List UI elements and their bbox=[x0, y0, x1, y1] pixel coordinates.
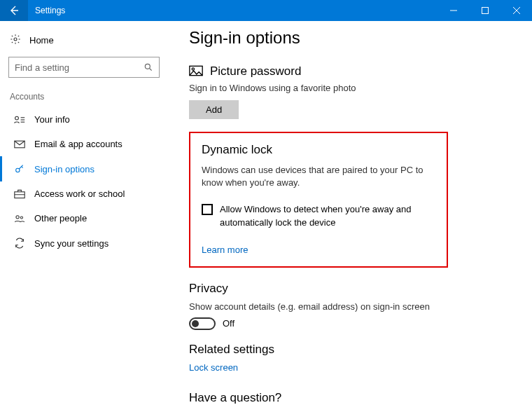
related-heading: Related settings bbox=[189, 343, 511, 357]
search-icon bbox=[144, 62, 153, 72]
minimize-button[interactable] bbox=[438, 0, 469, 21]
sidebar-item-label: Access work or school bbox=[34, 188, 125, 199]
svg-point-15 bbox=[20, 216, 22, 218]
sync-icon bbox=[12, 238, 27, 249]
add-button[interactable]: Add bbox=[189, 100, 239, 119]
dynamic-lock-checkbox-label: Allow Windows to detect when you're away… bbox=[220, 203, 435, 228]
picture-icon bbox=[189, 65, 203, 78]
sidebar-item-work[interactable]: Access work or school bbox=[0, 181, 168, 206]
arrow-left-icon bbox=[8, 5, 20, 16]
dynamic-lock-heading: Dynamic lock bbox=[202, 143, 435, 157]
svg-point-12 bbox=[16, 168, 20, 172]
close-icon bbox=[513, 7, 520, 14]
dynamic-lock-desc: Windows can use devices that are paired … bbox=[202, 164, 435, 189]
sidebar-item-label: Sync your settings bbox=[34, 238, 108, 249]
people-icon bbox=[12, 214, 27, 224]
maximize-icon bbox=[482, 7, 489, 14]
dynamic-lock-highlight: Dynamic lock Windows can use devices tha… bbox=[189, 132, 448, 268]
privacy-heading: Privacy bbox=[189, 282, 511, 296]
maximize-button[interactable] bbox=[469, 0, 500, 21]
page-title: Sign-in options bbox=[189, 28, 511, 48]
svg-point-4 bbox=[14, 38, 17, 41]
window-title: Settings bbox=[35, 6, 65, 15]
privacy-toggle[interactable] bbox=[189, 317, 216, 330]
sidebar-item-email[interactable]: Email & app accounts bbox=[0, 132, 168, 156]
question-heading: Have a question? bbox=[189, 391, 511, 405]
privacy-toggle-state: Off bbox=[223, 318, 234, 329]
close-button[interactable] bbox=[500, 0, 532, 21]
home-button[interactable]: Home bbox=[0, 29, 168, 57]
key-icon bbox=[12, 163, 27, 174]
sidebar-item-your-info[interactable]: Your info bbox=[0, 107, 168, 132]
picture-password-desc: Sign in to Windows using a favorite phot… bbox=[189, 83, 511, 93]
search-input[interactable]: Find a setting bbox=[8, 57, 160, 78]
privacy-desc: Show account details (e.g. email address… bbox=[189, 301, 511, 312]
minimize-icon bbox=[450, 7, 457, 14]
window-controls bbox=[438, 0, 532, 21]
mail-icon bbox=[12, 140, 27, 149]
svg-point-5 bbox=[145, 64, 150, 69]
learn-more-link[interactable]: Learn more bbox=[202, 245, 435, 255]
sidebar-item-label: Other people bbox=[34, 213, 87, 224]
briefcase-icon bbox=[12, 189, 27, 199]
picture-password-heading: Picture password bbox=[210, 64, 301, 78]
home-label: Home bbox=[29, 35, 54, 46]
sidebar: Home Find a setting Accounts Your info E… bbox=[0, 21, 168, 412]
lock-screen-link[interactable]: Lock screen bbox=[189, 362, 511, 373]
sidebar-item-label: Your info bbox=[34, 114, 70, 125]
svg-point-14 bbox=[16, 215, 19, 218]
person-card-icon bbox=[12, 115, 27, 125]
dynamic-lock-checkbox[interactable] bbox=[202, 204, 213, 215]
svg-point-17 bbox=[192, 67, 194, 69]
svg-rect-1 bbox=[482, 8, 488, 14]
svg-point-7 bbox=[15, 116, 19, 120]
sidebar-item-label: Sign-in options bbox=[34, 164, 94, 174]
titlebar: Settings bbox=[0, 0, 532, 21]
svg-line-6 bbox=[150, 69, 152, 71]
sidebar-item-people[interactable]: Other people bbox=[0, 206, 168, 231]
sidebar-item-sync[interactable]: Sync your settings bbox=[0, 231, 168, 256]
content-pane: Sign-in options Picture password Sign in… bbox=[168, 21, 532, 412]
gear-icon bbox=[10, 34, 21, 47]
sidebar-item-label: Email & app accounts bbox=[34, 139, 122, 149]
category-label: Accounts bbox=[0, 88, 168, 107]
search-placeholder: Find a setting bbox=[15, 62, 144, 73]
sidebar-item-signin[interactable]: Sign-in options bbox=[0, 156, 168, 181]
back-button[interactable] bbox=[0, 0, 28, 21]
